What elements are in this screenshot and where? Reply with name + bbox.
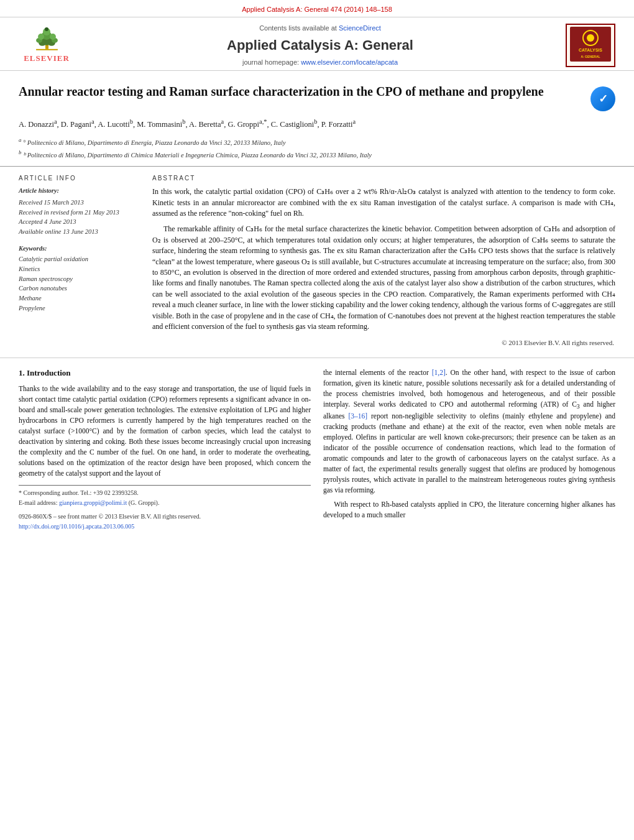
crossmark-icon: ✓ (599, 91, 608, 107)
ref-1-2[interactable]: [1,2] (432, 369, 446, 376)
super-a3: a (221, 118, 224, 125)
footnote-corresponding: * Corresponding author. Tel.: +39 02 239… (19, 489, 311, 497)
header-area: ELSEVIER Contents lists available at Sci… (0, 17, 634, 71)
footnote-email-person: (G. Groppi). (129, 499, 160, 506)
top-bar: Applied Catalysis A: General 474 (2014) … (0, 0, 634, 17)
kw3: Raman spectroscopy (19, 275, 140, 284)
footnote-doi: http://dx.doi.org/10.1016/j.apcata.2013.… (19, 522, 311, 531)
homepage-label: journal homepage: (242, 58, 299, 66)
journal-title: Applied Catalysis A: General (75, 36, 566, 55)
svg-text:CATALYSIS: CATALYSIS (579, 48, 602, 52)
intro-p1: Thanks to the wide availability and to t… (19, 384, 311, 479)
ref-3-16[interactable]: [3–16] (348, 412, 367, 420)
article-header: Annular reactor testing and Raman surfac… (0, 71, 634, 118)
homepage-line: journal homepage: www.elsevier.com/locat… (75, 58, 566, 67)
header-center: Contents lists available at ScienceDirec… (75, 24, 566, 67)
footnote-email-line: E-mail address: gianpiera.groppi@polimi.… (19, 499, 311, 507)
available-date: Available online 13 June 2013 (19, 228, 140, 237)
elsevier-brand: ELSEVIER (24, 53, 70, 64)
accepted-date: Accepted 4 June 2013 (19, 218, 140, 227)
kw4: Carbon nanotubes (19, 284, 140, 293)
svg-point-8 (49, 34, 55, 40)
body-right-text: the internal elements of the reactor [1,… (323, 367, 615, 521)
copyright: © 2013 Elsevier B.V. All rights reserved… (152, 338, 615, 348)
homepage-link[interactable]: www.elsevier.com/locate/apcata (301, 58, 398, 66)
kw1: Catalytic partial oxidation (19, 255, 140, 264)
article-info-column: ARTICLE INFO Article history: Received 1… (19, 174, 140, 348)
intro-p3: With respect to Rh-based catalysts appli… (323, 499, 615, 520)
doi-link[interactable]: http://dx.doi.org/10.1016/j.apcata.2013.… (19, 523, 134, 530)
abstract-column: ABSTRACT In this work, the catalytic par… (152, 174, 615, 348)
article-info-header: ARTICLE INFO (19, 174, 140, 183)
affil-b: b ᵇ Politecnico di Milano, Dipartimento … (19, 149, 615, 160)
these-text: these (145, 438, 160, 445)
sciencedirect-link[interactable]: ScienceDirect (339, 24, 381, 32)
affil-a: a ° Politecnico di Milano, Dipartimento … (19, 136, 615, 147)
journal-ref: Applied Catalysis A: General 474 (2014) … (242, 6, 392, 13)
abstract-p2: The remarkable affinity of C₃H₆ for the … (152, 224, 615, 332)
catalysis-logo: CATALYSIS A: GENERAL (566, 24, 615, 67)
page-wrapper: Applied Catalysis A: General 474 (2014) … (0, 0, 634, 542)
section1-number: 1. (19, 368, 25, 377)
super-b: b (130, 118, 133, 125)
affiliations: a ° Politecnico di Milano, Dipartimento … (0, 134, 634, 167)
footnote-email-label: E-mail address: (19, 499, 57, 506)
super-a4: a (352, 118, 356, 125)
received-date: Received 15 March 2013 (19, 198, 140, 208)
kw2: Kinetics (19, 265, 140, 274)
authors-line: A. Donazzia, D. Pagania, A. Lucottib, M.… (0, 118, 634, 134)
body-left-text: Thanks to the wide availability and to t… (19, 384, 311, 479)
footnote-issn: 0926-860X/$ – see front matter © 2013 El… (19, 512, 311, 521)
body-right-col: the internal elements of the reactor [1,… (323, 367, 615, 532)
sciencedirect-label: Contents lists available at (259, 24, 337, 32)
keywords-label: Keywords: (19, 244, 140, 254)
elsevier-tree-icon (30, 27, 64, 50)
catalysis-logo-text: CATALYSIS A: GENERAL (569, 25, 612, 65)
abstract-text: In this work, the catalytic partial oxid… (152, 187, 615, 332)
received-revised-date: Received in revised form 21 May 2013 (19, 208, 140, 218)
kw6: Propylene (19, 304, 140, 313)
super-a-star: a,* (259, 118, 267, 125)
section1-title: 1. Introduction (19, 367, 311, 379)
svg-point-14 (587, 34, 594, 42)
history-label: Article history: (19, 187, 140, 196)
super-a: a (54, 118, 57, 125)
svg-point-10 (45, 27, 48, 31)
section1-heading: Introduction (27, 368, 71, 377)
kw5: Methane (19, 294, 140, 303)
svg-point-7 (38, 34, 44, 40)
abstract-p1: In this work, the catalytic partial oxid… (152, 187, 615, 219)
super-b3: b (314, 118, 317, 125)
sciencedirect-line: Contents lists available at ScienceDirec… (75, 24, 566, 33)
intro-p2: the internal elements of the reactor [1,… (323, 367, 615, 496)
crossmark-logo: ✓ (590, 86, 615, 111)
main-content: 1. Introduction Thanks to the wide avail… (0, 358, 634, 542)
svg-text:A: GENERAL: A: GENERAL (581, 55, 600, 58)
body-left-col: 1. Introduction Thanks to the wide avail… (19, 367, 311, 532)
abstract-header: ABSTRACT (152, 174, 615, 183)
elsevier-logo: ELSEVIER (19, 27, 75, 64)
article-info-abstract: ARTICLE INFO Article history: Received 1… (0, 167, 634, 358)
footnote-area: * Corresponding author. Tel.: +39 02 239… (19, 485, 311, 531)
super-b2: b (182, 118, 185, 125)
footnote-email-link[interactable]: gianpiera.groppi@polimi.it (59, 499, 127, 506)
article-title: Annular reactor testing and Raman surfac… (19, 83, 578, 100)
svg-rect-11 (36, 49, 58, 50)
super-a2: a (91, 118, 94, 125)
